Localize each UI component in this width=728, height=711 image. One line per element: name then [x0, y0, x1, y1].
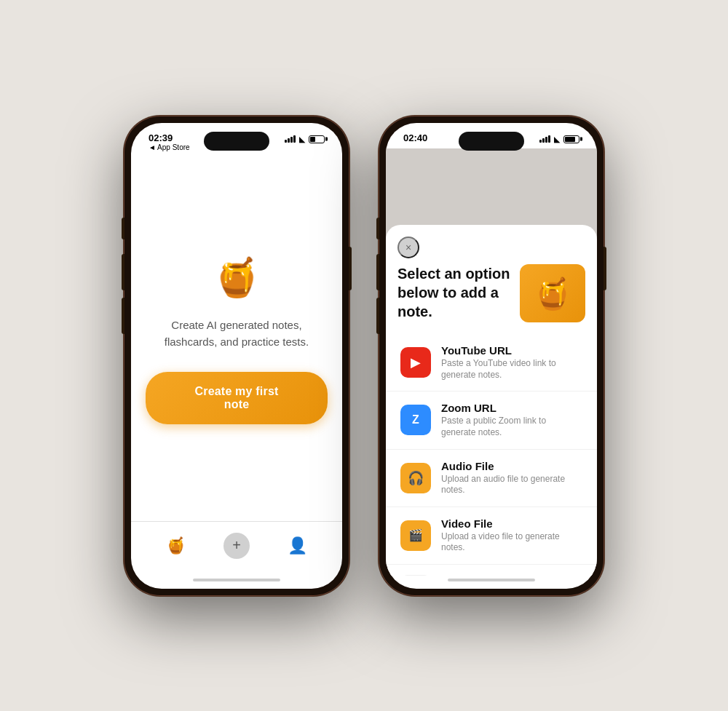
app-icon-honey: 🍯	[211, 252, 262, 303]
side-button-vol-up	[122, 254, 124, 290]
youtube-icon: ▶	[400, 347, 431, 378]
side-button-vol-up-2	[376, 254, 379, 290]
dynamic-island-2	[459, 132, 524, 151]
tab-bar-1: 🍯 + 👤	[131, 521, 342, 576]
status-sub-1: ◄ App Store	[149, 143, 190, 151]
video-icon: 🎬	[400, 520, 431, 551]
battery-icon-1	[309, 135, 325, 143]
status-icons-2: ◣	[539, 135, 579, 144]
video-file-label: Video File	[441, 517, 582, 530]
create-first-note-button[interactable]: Create my first note	[146, 372, 328, 424]
signal-icon-2	[539, 135, 550, 143]
video-file-text: Video File Upload a video file to genera…	[441, 517, 582, 554]
phone-1-screen: 02:39 ◄ App Store ◣ 🍯 Create AI generate…	[131, 123, 342, 589]
tab-add[interactable]: +	[221, 531, 252, 561]
option-video-file[interactable]: 🎬 Video File Upload a video file to gene…	[386, 507, 597, 565]
main-content-1: 🍯 Create AI generated notes,flashcards, …	[131, 156, 342, 521]
youtube-url-text: YouTube URL Paste a YouTube video link t…	[441, 344, 582, 381]
audio-file-label: Audio File	[441, 460, 582, 472]
zoom-url-description: Paste a public Zoom link to generate not…	[441, 416, 582, 438]
zoom-icon: Z	[400, 405, 431, 435]
home-tab-icon: 🍯	[166, 536, 186, 555]
zoom-letter-icon: Z	[412, 413, 419, 426]
tab-profile[interactable]: 👤	[282, 531, 312, 561]
youtube-play-icon: ▶	[411, 354, 421, 370]
audio-file-text: Audio File Upload an audio file to gener…	[441, 460, 582, 496]
side-button-power	[349, 247, 352, 290]
home-indicator-2	[448, 579, 535, 581]
side-button-mute-2	[376, 218, 379, 239]
sheet-content: × Select an optionbelow to add a note. 🍯…	[386, 237, 597, 575]
audio-file-description: Upload an audio file to generate notes.	[441, 474, 582, 496]
option-zoom-url[interactable]: Z Zoom URL Paste a public Zoom link to g…	[386, 392, 597, 449]
status-icons-1: ◣	[285, 135, 325, 144]
status-time-2: 02:40	[403, 133, 427, 143]
bottom-sheet: × Select an optionbelow to add a note. 🍯…	[386, 225, 597, 575]
phone-1: 02:39 ◄ App Store ◣ 🍯 Create AI generate…	[124, 116, 349, 596]
phone-2-screen: 02:40 ◣ ×	[386, 123, 597, 589]
option-youtube-url[interactable]: ▶ YouTube URL Paste a YouTube video link…	[386, 334, 597, 392]
sheet-close-button[interactable]: ×	[397, 237, 419, 258]
youtube-url-label: YouTube URL	[441, 344, 582, 357]
close-icon: ×	[405, 242, 411, 253]
audio-icon: 🎧	[400, 463, 431, 493]
status-time-1: 02:39	[149, 133, 190, 143]
phone-2: 02:40 ◣ ×	[379, 116, 604, 596]
wifi-icon-2: ◣	[554, 135, 560, 144]
battery-icon-2	[563, 135, 579, 143]
home-indicator-1	[193, 579, 280, 581]
wifi-icon-1: ◣	[299, 135, 305, 144]
video-play-icon: 🎬	[408, 528, 423, 542]
zoom-url-label: Zoom URL	[441, 402, 582, 414]
tagline-text: Create AI generated notes,flashcards, an…	[165, 317, 309, 350]
video-file-description: Upload a video file to generate notes.	[441, 531, 582, 554]
honey-image: 🍯	[520, 264, 585, 322]
side-button-vol-down	[122, 298, 124, 334]
dynamic-island-1	[204, 132, 269, 151]
sheet-title: Select an optionbelow to add a note.	[397, 264, 520, 321]
option-transcript[interactable]: 📄 Transcript	[386, 565, 597, 576]
side-button-power-2	[604, 247, 606, 290]
signal-icon-1	[285, 135, 296, 143]
zoom-url-text: Zoom URL Paste a public Zoom link to gen…	[441, 402, 582, 438]
side-button-vol-down-2	[376, 298, 379, 334]
add-tab-icon: +	[223, 533, 250, 559]
profile-tab-icon: 👤	[288, 536, 307, 555]
youtube-url-description: Paste a YouTube video link to generate n…	[441, 358, 582, 381]
transcript-icon: 📄	[400, 575, 431, 576]
tab-home[interactable]: 🍯	[161, 531, 191, 561]
sheet-options-list: ▶ YouTube URL Paste a YouTube video link…	[386, 334, 597, 575]
phone2-background: × Select an optionbelow to add a note. 🍯…	[386, 148, 597, 576]
sheet-header: Select an optionbelow to add a note. 🍯	[386, 264, 597, 334]
side-button-mute	[122, 218, 124, 239]
headphone-icon: 🎧	[408, 470, 424, 486]
option-audio-file[interactable]: 🎧 Audio File Upload an audio file to gen…	[386, 450, 597, 507]
